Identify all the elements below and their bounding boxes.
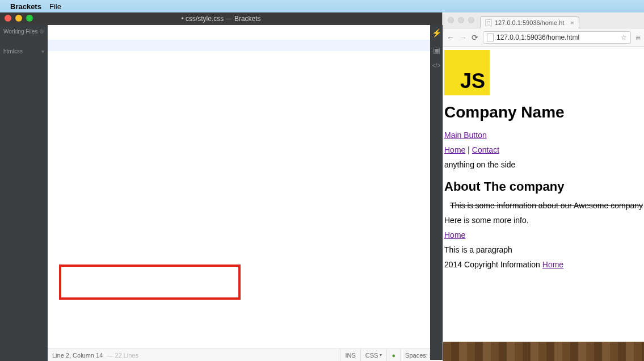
forward-icon[interactable]: → [459,33,467,42]
browser-tabstrip: ◻ 127.0.0.1:59036/home.ht × [443,12,644,28]
errors-indicator[interactable]: ● [386,349,400,361]
code-editor[interactable] [48,25,442,349]
footer-text: 2014 Copyright Information Home [444,260,643,269]
brackets-window: • css/style.css — Brackets Working Files… [0,12,443,361]
insert-mode[interactable]: INS [340,349,360,361]
code-area[interactable] [71,25,442,349]
menu-file[interactable]: File [49,2,61,11]
browser-window-controls [448,17,474,23]
minimize-icon[interactable] [15,15,22,22]
back-icon[interactable]: ← [447,33,454,42]
more-info-text: Here is some more info. [444,216,643,225]
url-text: 127.0.0.1:59036/home.html [496,33,579,41]
brackets-right-toolbar: ⚡ ▣ </> [430,25,443,360]
about-heading: About The company [444,179,643,194]
browser-viewport: JS Company Name Main Button Home | Conta… [443,47,644,361]
mac-menubar: Brackets File [0,0,644,12]
working-files-header: Working Files⚙ [0,25,48,37]
page-icon [487,33,494,41]
code-hint-icon[interactable]: </> [432,62,440,69]
js-logo: JS [444,50,490,95]
nav-home-link[interactable]: Home [444,145,465,154]
footer-home-link[interactable]: Home [542,260,563,269]
paragraph-text: This is a paragraph [444,245,643,254]
browser-toolbar: ← → ⟳ 127.0.0.1:59036/home.html ☆ ≡ [443,28,644,47]
nav-contact-link[interactable]: Contact [472,145,499,154]
app-name[interactable]: Brackets [10,2,41,11]
brackets-sidebar: Working Files⚙ htmlcss▾ [0,25,48,361]
main-button-link[interactable]: Main Button [444,131,487,140]
content-home-link[interactable]: Home [444,230,465,240]
gear-icon[interactable]: ⚙ [39,28,44,35]
menu-icon[interactable]: ≡ [635,32,641,42]
line-gutter [48,25,71,349]
address-bar[interactable]: 127.0.0.1:59036/home.html ☆ [483,31,631,44]
status-bar: Line 2, Column 14 — 22 Lines INS CSS ▾ ●… [48,349,442,361]
window-title: • css/style.css — Brackets [181,15,260,23]
browser-tab[interactable]: ◻ 127.0.0.1:59036/home.ht × [480,16,579,28]
line-count: — 22 Lines [107,352,138,359]
brackets-titlebar: • css/style.css — Brackets [0,12,442,25]
project-header[interactable]: htmlcss▾ [0,45,48,57]
cursor-position: Line 2, Column 14 [52,352,103,359]
maximize-icon[interactable] [468,17,474,23]
page-wrapper: JS Company Name Main Button Home | Conta… [443,47,644,342]
tab-title: 127.0.0.1:59036/home.ht [495,19,564,26]
side-text: anything on the side [444,160,643,169]
extensions-icon[interactable]: ▣ [433,45,440,54]
minimize-icon[interactable] [458,17,464,23]
chevron-down-icon: ▾ [41,48,44,54]
window-controls [5,15,33,22]
page-title: Company Name [444,103,643,121]
favicon-icon: ◻ [485,19,492,26]
close-icon[interactable] [5,15,11,22]
maximize-icon[interactable] [26,15,33,22]
reload-icon[interactable]: ⟳ [472,33,478,42]
language-mode[interactable]: CSS ▾ [360,349,387,361]
live-preview-icon[interactable]: ⚡ [432,28,441,37]
about-strike-text: This is some information about our Aweso… [444,201,643,210]
close-icon[interactable] [448,17,454,23]
tab-close-icon[interactable]: × [570,19,574,26]
bookmark-star-icon[interactable]: ☆ [621,33,627,41]
chrome-window: ◻ 127.0.0.1:59036/home.ht × ← → ⟳ 127.0.… [443,12,644,361]
